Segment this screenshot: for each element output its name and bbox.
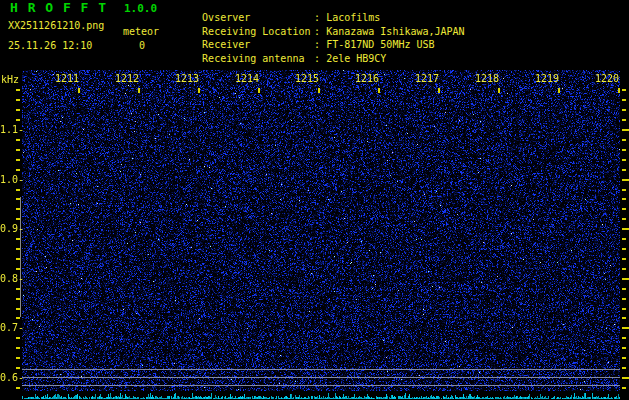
khz-axis-label: kHz [1, 75, 19, 85]
freq-minor-tick [16, 367, 20, 369]
freq-minor-tick [16, 337, 20, 339]
info-value: 2ele HB9CY [326, 53, 386, 64]
output-filename: XX2511261210.png [8, 21, 104, 31]
freq-minor-tick-right [622, 198, 626, 200]
freq-minor-tick [16, 89, 20, 91]
freq-minor-tick [16, 317, 20, 319]
spectrogram-canvas [22, 70, 620, 391]
freq-tick-label: 0.8- [0, 274, 24, 284]
freq-minor-tick-right [622, 149, 626, 151]
meteor-counter-label: meteor [123, 27, 159, 37]
freq-minor-tick [16, 268, 20, 270]
freq-minor-tick-right [622, 189, 626, 191]
freq-minor-tick-right [622, 337, 626, 339]
freq-minor-tick-right [622, 159, 626, 161]
freq-tick-label: 0.7- [0, 323, 24, 333]
freq-minor-tick-right [622, 357, 626, 359]
signal-level-strip [22, 392, 620, 400]
time-tick [498, 88, 500, 93]
time-tick [138, 88, 140, 93]
time-tick [78, 88, 80, 93]
freq-minor-tick-right [622, 169, 626, 171]
freq-minor-tick [16, 248, 20, 250]
freq-minor-tick [16, 149, 20, 151]
time-tick-label: 1220 [593, 73, 619, 84]
freq-minor-tick-right [622, 387, 626, 389]
freq-minor-tick-right [622, 347, 626, 349]
freq-minor-tick [16, 198, 20, 200]
time-tick-label: 1211 [53, 73, 79, 84]
datetime: 25.11.26 12:10 [8, 41, 92, 51]
time-tick [618, 88, 620, 93]
freq-minor-tick-right [622, 298, 626, 300]
freq-minor-tick-right [622, 258, 626, 260]
freq-minor-tick [16, 139, 20, 141]
freq-minor-tick [16, 218, 20, 220]
info-separator: : [314, 53, 320, 64]
freq-major-tick-right [622, 228, 629, 230]
freq-major-tick-right [622, 377, 629, 379]
freq-tick-label: 1.0- [0, 175, 24, 185]
freq-minor-tick [16, 109, 20, 111]
time-tick [378, 88, 380, 93]
freq-minor-tick-right [622, 317, 626, 319]
counting-band-line [20, 197, 21, 317]
freq-minor-tick-right [622, 218, 626, 220]
meteor-counter-value: 0 [139, 41, 145, 51]
time-tick-label: 1214 [233, 73, 259, 84]
freq-minor-tick [16, 357, 20, 359]
time-tick [558, 88, 560, 93]
freq-minor-tick-right [622, 308, 626, 310]
time-tick [198, 88, 200, 93]
level-line [22, 385, 620, 386]
freq-minor-tick [16, 189, 20, 191]
info-label: Receiving antenna [202, 54, 314, 64]
time-tick-label: 1217 [413, 73, 439, 84]
time-tick [438, 88, 440, 93]
freq-minor-tick [16, 208, 20, 210]
level-line [22, 377, 620, 378]
time-tick [258, 88, 260, 93]
app-title: H R O F F T 1.0.0 [10, 2, 157, 15]
freq-minor-tick [16, 169, 20, 171]
freq-minor-tick [16, 99, 20, 101]
freq-minor-tick [16, 238, 20, 240]
freq-minor-tick-right [622, 248, 626, 250]
freq-minor-tick-right [622, 119, 626, 121]
freq-minor-tick-right [622, 367, 626, 369]
freq-minor-tick [16, 347, 20, 349]
freq-major-tick-right [622, 179, 629, 181]
freq-major-tick-right [622, 278, 629, 280]
freq-minor-tick-right [622, 89, 626, 91]
time-tick-label: 1218 [473, 73, 499, 84]
app-version: 1.0.0 [124, 2, 157, 15]
freq-minor-tick-right [622, 99, 626, 101]
app-name: H R O F F T [10, 0, 107, 15]
freq-minor-tick-right [622, 109, 626, 111]
freq-minor-tick-right [622, 208, 626, 210]
freq-minor-tick [16, 288, 20, 290]
freq-minor-tick-right [622, 288, 626, 290]
level-line [22, 369, 620, 370]
freq-minor-tick [16, 387, 20, 389]
freq-tick-label: 1.1- [0, 125, 24, 135]
time-tick-label: 1213 [173, 73, 199, 84]
time-tick [318, 88, 320, 93]
freq-minor-tick [16, 298, 20, 300]
freq-minor-tick [16, 258, 20, 260]
time-tick-label: 1219 [533, 73, 559, 84]
time-tick-label: 1212 [113, 73, 139, 84]
time-tick-label: 1216 [353, 73, 379, 84]
freq-tick-label: 0.9- [0, 224, 24, 234]
freq-minor-tick-right [622, 139, 626, 141]
freq-tick-label: 0.6- [0, 373, 24, 383]
freq-minor-tick [16, 159, 20, 161]
freq-minor-tick-right [622, 238, 626, 240]
freq-minor-tick [16, 308, 20, 310]
hrofft-screen: H R O F F T 1.0.0 XX2511261210.png meteo… [0, 0, 629, 400]
freq-major-tick-right [622, 129, 629, 131]
time-tick-label: 1215 [293, 73, 319, 84]
freq-minor-tick-right [622, 268, 626, 270]
freq-major-tick-right [622, 327, 629, 329]
freq-minor-tick [16, 119, 20, 121]
